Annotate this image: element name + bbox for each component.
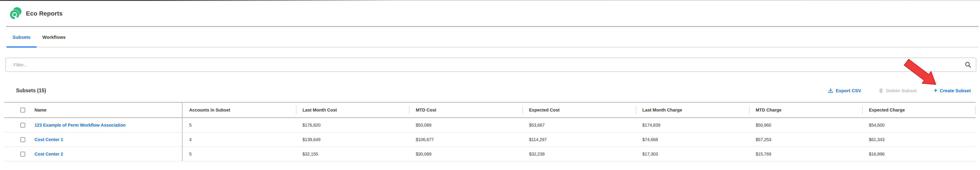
column-header-expected-charge: Expected Charge: [862, 103, 975, 117]
expected-cost-value: $32,238: [529, 152, 545, 157]
trash-icon: [878, 88, 884, 93]
row-checkbox[interactable]: [20, 137, 25, 142]
last-month-charge-value: $74,668: [642, 137, 658, 142]
tab-bar: Subsets Workflows: [0, 27, 980, 47]
tab-workflows[interactable]: Workflows: [37, 27, 72, 47]
subset-name-link[interactable]: 123 Example of Perm Workflow Association: [35, 123, 126, 128]
subsets-count-heading: Subsets (15): [16, 88, 46, 94]
column-header-expected-cost: Expected Cost: [522, 103, 636, 117]
last-month-cost-value: $139,649: [302, 137, 321, 142]
expected-charge-value: $54,600: [869, 123, 885, 128]
last-month-charge-value: $17,303: [642, 152, 658, 157]
create-subset-label: Create Subset: [940, 88, 971, 93]
row-select-cell: [5, 132, 35, 146]
expected-cost-value: $114,297: [529, 137, 547, 142]
window-top-edge: [0, 0, 980, 1]
tab-workflows-label: Workflows: [42, 35, 66, 40]
mtd-charge-value: $15,769: [756, 152, 771, 157]
subsets-toolbar: Subsets (15) Export CSV Delete Subset + …: [16, 88, 971, 94]
tab-subsets-label: Subsets: [13, 35, 30, 40]
create-subset-button[interactable]: + Create Subset: [934, 88, 971, 94]
accounts-in-subset-value: 5: [189, 152, 192, 157]
expected-cost-value: $53,667: [529, 123, 545, 128]
subset-actions: Export CSV Delete Subset + Create Subset: [828, 88, 971, 94]
plus-icon: +: [934, 88, 937, 94]
expected-charge-value: $61,343: [869, 137, 885, 142]
row-select-cell: [5, 118, 35, 132]
column-header-mtd-cost: MTD Cost: [409, 103, 522, 117]
table-header-row: Name Accounts in Subset Last Month Cost …: [5, 102, 975, 118]
subset-name-link[interactable]: Cost Center 1: [35, 137, 63, 142]
mtd-charge-value: $50,960: [756, 123, 771, 128]
row-checkbox[interactable]: [20, 123, 25, 128]
last-month-cost-value: $176,820: [302, 123, 321, 128]
row-checkbox[interactable]: [20, 152, 25, 157]
export-csv-button[interactable]: Export CSV: [828, 88, 861, 94]
select-all-checkbox[interactable]: [20, 107, 25, 113]
subset-name-link[interactable]: Cost Center 2: [35, 152, 63, 157]
table-row: Cost Center 1 4 $139,649 $106,677 $114,2…: [5, 132, 975, 147]
subsets-table: Name Accounts in Subset Last Month Cost …: [5, 102, 975, 161]
column-header-mtd-charge: MTD Charge: [749, 103, 862, 117]
export-csv-label: Export CSV: [836, 88, 861, 93]
last-month-cost-value: $32,155: [302, 152, 318, 157]
eco-logo-icon: [9, 7, 22, 20]
table-row: Cost Center 2 5 $32,155 $30,089 $32,238 …: [5, 147, 975, 161]
search-icon[interactable]: [964, 61, 971, 68]
column-header-name: Name: [35, 103, 182, 117]
filter-bar: [5, 58, 976, 72]
mtd-charge-value: $57,253: [756, 137, 771, 142]
row-select-cell: [5, 147, 35, 161]
column-header-last-month-charge: Last Month Charge: [636, 103, 749, 117]
column-header-accounts: Accounts in Subset: [182, 103, 296, 117]
mtd-cost-value: $106,677: [416, 137, 434, 142]
mtd-cost-value: $50,089: [416, 123, 431, 128]
select-all-cell: [5, 103, 35, 117]
tab-subsets[interactable]: Subsets: [6, 27, 37, 47]
accounts-in-subset-value: 4: [189, 137, 192, 142]
filter-input[interactable]: [5, 58, 976, 72]
accounts-in-subset-value: 5: [189, 123, 192, 128]
last-month-charge-value: $174,839: [642, 123, 660, 128]
delete-subset-label: Delete Subset: [886, 88, 917, 93]
app-header: Eco Reports: [0, 0, 980, 26]
page-title: Eco Reports: [26, 10, 63, 17]
mtd-cost-value: $30,089: [416, 152, 431, 157]
table-row: 123 Example of Perm Workflow Association…: [5, 118, 975, 132]
expected-charge-value: $16,896: [869, 152, 885, 157]
delete-subset-button[interactable]: Delete Subset: [878, 88, 917, 93]
download-icon: [828, 88, 834, 94]
column-header-last-month-cost: Last Month Cost: [296, 103, 409, 117]
